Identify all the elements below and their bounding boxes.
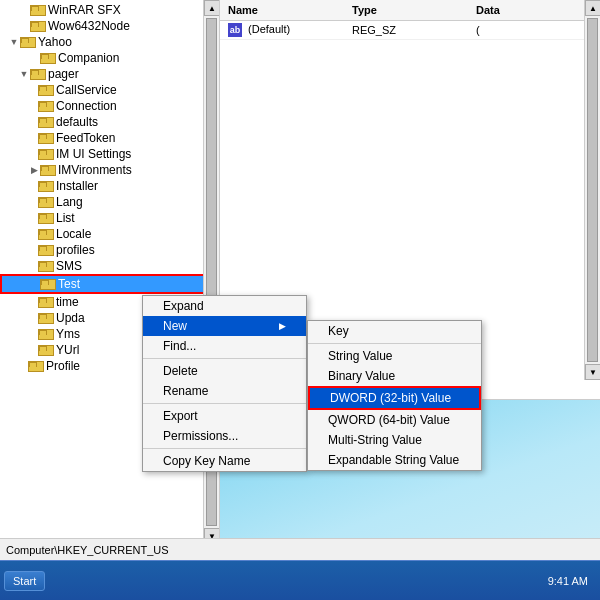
menu-string-value[interactable]: String Value: [308, 346, 481, 366]
name-header: Name: [224, 2, 348, 18]
expand-arrow: ▼: [8, 37, 20, 47]
folder-icon: [38, 344, 54, 356]
tree-panel: WinRAR SFX Wow6432Node ▼ Yahoo Companion…: [0, 0, 220, 560]
menu-multistring-value[interactable]: Multi-String Value: [308, 430, 481, 450]
folder-icon: [38, 328, 54, 340]
menu-binary-value[interactable]: Binary Value: [308, 366, 481, 386]
scroll-thumb-vr[interactable]: [587, 18, 598, 362]
tree-item-feedtoken[interactable]: FeedToken: [0, 130, 219, 146]
menu-export[interactable]: Export: [143, 406, 306, 426]
menu-expand[interactable]: Expand: [143, 296, 306, 316]
value-name: ab (Default): [224, 22, 348, 38]
data-header: Data: [472, 2, 596, 18]
expand-arrow: ▶: [28, 165, 40, 175]
tree-item-imui[interactable]: IM UI Settings: [0, 146, 219, 162]
scroll-up-btn-r[interactable]: ▲: [585, 0, 600, 16]
folder-icon: [38, 100, 54, 112]
folder-icon-open: [30, 68, 46, 80]
folder-icon: [38, 132, 54, 144]
taskbar: Start 9:41 AM: [0, 560, 600, 600]
folder-icon: [38, 228, 54, 240]
tree-item-profiles[interactable]: profiles: [0, 242, 219, 258]
tree-item-winrar[interactable]: WinRAR SFX: [0, 2, 219, 18]
tree-item-pager[interactable]: ▼ pager: [0, 66, 219, 82]
folder-icon: [38, 196, 54, 208]
tree-item-test[interactable]: Test: [0, 274, 219, 294]
tree-item-sms[interactable]: SMS: [0, 258, 219, 274]
menu-new[interactable]: New: [143, 316, 306, 336]
tree-item-connection[interactable]: Connection: [0, 98, 219, 114]
context-menu-primary: Expand New Find... Delete Rename Export …: [142, 295, 307, 472]
context-menu-new-submenu: Key String Value Binary Value DWORD (32-…: [307, 320, 482, 471]
scroll-up-btn[interactable]: ▲: [204, 0, 220, 16]
clock: 9:41 AM: [548, 575, 588, 587]
values-header: Name Type Data: [220, 0, 600, 21]
tree-item-wow[interactable]: Wow6432Node: [0, 18, 219, 34]
tree-item-installer[interactable]: Installer: [0, 178, 219, 194]
status-text: Computer\HKEY_CURRENT_US: [6, 544, 169, 556]
tree-item-lang[interactable]: Lang: [0, 194, 219, 210]
menu-sep-2: [143, 403, 306, 404]
menu-copy-key[interactable]: Copy Key Name: [143, 451, 306, 471]
folder-icon: [38, 244, 54, 256]
menu-qword-value[interactable]: QWORD (64-bit) Value: [308, 410, 481, 430]
folder-icon: [40, 164, 56, 176]
folder-icon: [38, 84, 54, 96]
menu-rename[interactable]: Rename: [143, 381, 306, 401]
folder-icon: [38, 312, 54, 324]
menu-permissions[interactable]: Permissions...: [143, 426, 306, 446]
registry-value-row[interactable]: ab (Default) REG_SZ (: [220, 21, 600, 40]
sub-sep-1: [308, 343, 481, 344]
folder-icon: [38, 212, 54, 224]
tree-item-imvir[interactable]: ▶ IMVironments: [0, 162, 219, 178]
folder-icon: [20, 36, 36, 48]
tree-item-companion[interactable]: Companion: [0, 50, 219, 66]
type-header: Type: [348, 2, 472, 18]
menu-find[interactable]: Find...: [143, 336, 306, 356]
tree-item-locale[interactable]: Locale: [0, 226, 219, 242]
tree-item-list[interactable]: List: [0, 210, 219, 226]
menu-sep-1: [143, 358, 306, 359]
folder-icon: [38, 180, 54, 192]
start-button[interactable]: Start: [4, 571, 45, 591]
folder-icon: [38, 260, 54, 272]
expand-arrow: ▼: [18, 69, 30, 79]
menu-expandable-value[interactable]: Expandable String Value: [308, 450, 481, 470]
status-bar: Computer\HKEY_CURRENT_US: [0, 538, 600, 560]
value-type: REG_SZ: [348, 23, 472, 37]
folder-icon: [30, 20, 46, 32]
system-tray: 9:41 AM: [548, 575, 596, 587]
scroll-down-btn-r[interactable]: ▼: [585, 364, 600, 380]
folder-icon: [40, 278, 56, 290]
menu-new-key[interactable]: Key: [308, 321, 481, 341]
tree-item-defaults[interactable]: defaults: [0, 114, 219, 130]
folder-icon: [28, 360, 44, 372]
menu-delete[interactable]: Delete: [143, 361, 306, 381]
value-data: (: [472, 23, 596, 37]
v-scrollbar-right[interactable]: ▲ ▼: [584, 0, 600, 380]
tree-item-yahoo[interactable]: ▼ Yahoo: [0, 34, 219, 50]
menu-dword-value[interactable]: DWORD (32-bit) Value: [308, 386, 481, 410]
folder-icon: [38, 116, 54, 128]
menu-sep-3: [143, 448, 306, 449]
folder-icon: [30, 4, 46, 16]
folder-icon: [40, 52, 56, 64]
reg-type-icon: ab: [228, 23, 242, 37]
folder-icon: [38, 148, 54, 160]
folder-icon: [38, 296, 54, 308]
tree-item-callservice[interactable]: CallService: [0, 82, 219, 98]
